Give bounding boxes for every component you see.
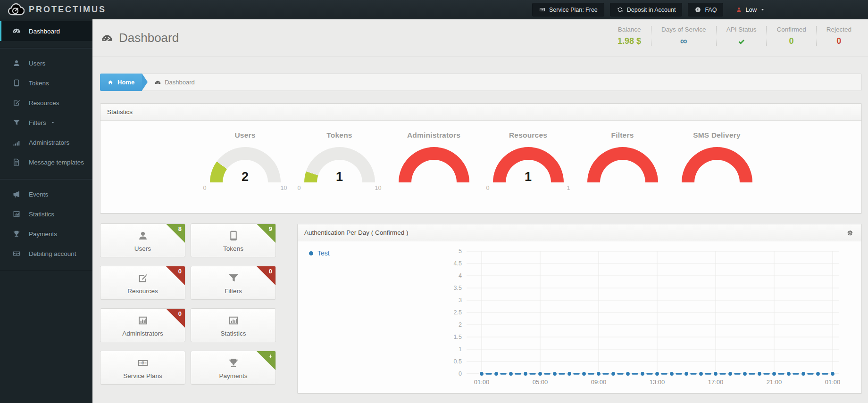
dashboard-icon	[100, 32, 114, 45]
document-icon	[12, 157, 21, 167]
resources-icon-wrap	[10, 98, 23, 107]
logo-text: PROTECTIMUS	[29, 5, 106, 15]
svg-text:3: 3	[459, 297, 462, 304]
chart-settings-button[interactable]	[845, 228, 855, 237]
gauge-users: Users2010	[198, 131, 292, 192]
svg-text:1: 1	[142, 361, 143, 364]
gauge-administrators: Administrators	[387, 131, 481, 192]
tile-filters[interactable]: 0Filters	[191, 266, 276, 300]
breadcrumb-current: Dashboard	[154, 78, 195, 86]
stat-label: Balance	[618, 26, 641, 33]
tile-resources[interactable]: 0Resources	[100, 266, 185, 300]
payments-icon-wrap	[10, 229, 23, 239]
tile-badge: 0	[178, 310, 182, 317]
debiting-account-icon-wrap: 1	[10, 249, 23, 258]
sidebar-item-users[interactable]: Users	[0, 53, 92, 73]
gauge-title: Filters	[576, 131, 670, 140]
page-title-text: Dashboard	[119, 31, 179, 45]
svg-text:0: 0	[459, 370, 462, 377]
tile-badge: 8	[178, 225, 182, 232]
sidebar-item-administrators[interactable]: Administrators	[0, 132, 92, 152]
account-label: Low	[745, 6, 757, 13]
topbar-button-faq-label: FAQ	[705, 7, 717, 13]
gauge-max: 10	[375, 185, 382, 192]
sidebar-item-label: Users	[29, 60, 45, 67]
statistics-panel: Statistics Users2010Tokens1010Administra…	[100, 103, 862, 214]
statistics-icon-wrap	[10, 209, 23, 219]
gauge-tokens: Tokens1010	[292, 131, 387, 192]
chart-svg: 00.511.522.533.544.5501:0005:0009:0013:0…	[298, 241, 861, 393]
topbar-button-faq[interactable]: FAQ	[688, 3, 723, 16]
sidebar-item-events[interactable]: Events	[0, 184, 92, 204]
caret-down-icon	[50, 120, 56, 125]
sidebar-item-label: Events	[29, 191, 48, 198]
sidebar-item-resources[interactable]: Resources	[0, 93, 92, 113]
tile-payments[interactable]: +Payments	[191, 351, 276, 385]
tile-label: Administrators	[122, 330, 163, 337]
tokens-icon	[12, 78, 21, 88]
svg-text:4.5: 4.5	[454, 260, 462, 267]
sidebar-item-dashboard[interactable]: Dashboard	[0, 21, 92, 41]
bar-chart-icon	[136, 314, 150, 327]
sidebar-item-label: Statistics	[29, 211, 54, 218]
gauge-minmax	[675, 185, 759, 192]
main-content: Dashboard Balance1.98 $Days of Service∞A…	[92, 19, 868, 403]
tile-label: Payments	[219, 372, 247, 379]
gauge-resources: Resources101	[481, 131, 576, 192]
gauge-title: Resources	[481, 131, 576, 140]
sidebar-item-label: Payments	[29, 230, 57, 238]
money-icon: 1	[539, 6, 546, 13]
tile-tokens[interactable]: 9Tokens	[191, 223, 276, 257]
sidebar-item-label: Administrators	[29, 139, 69, 146]
svg-text:2: 2	[459, 321, 462, 328]
breadcrumb: Home Dashboard	[100, 74, 862, 91]
sidebar-item-debiting-account[interactable]: 1Debiting account	[0, 244, 92, 263]
topbar-button-deposit[interactable]: Deposit in Account	[610, 3, 683, 16]
sidebar-item-message-templates[interactable]: Message templates	[0, 152, 92, 172]
topbar-button-service-plan[interactable]: 1Service Plan: Free	[532, 3, 604, 16]
stat-balance: Balance1.98 $	[608, 26, 651, 46]
stat-value: 1.98 $	[618, 36, 641, 46]
sidebar-item-payments[interactable]: Payments	[0, 224, 92, 244]
topbar: PROTECTIMUS 1Service Plan: FreeDeposit i…	[0, 0, 868, 19]
gauge-minmax	[392, 185, 476, 192]
sidebar-item-tokens[interactable]: Tokens	[0, 73, 92, 93]
stat-label: Rejected	[826, 26, 851, 33]
tile-badge-corner	[257, 266, 275, 285]
sidebar-item-statistics[interactable]: Statistics	[0, 204, 92, 224]
sidebar-section-0: Dashboard	[0, 19, 92, 48]
svg-text:5: 5	[459, 248, 462, 255]
tile-service-plans[interactable]: 1Service Plans	[100, 351, 185, 385]
breadcrumb-home[interactable]: Home	[100, 74, 142, 91]
stat-value: 0	[776, 36, 806, 46]
stat-label: Days of Service	[661, 26, 706, 33]
gauge-min: 0	[486, 185, 490, 192]
trophy-icon	[12, 229, 21, 239]
sidebar-item-label: Filters	[29, 119, 46, 126]
gauge-title: Users	[198, 131, 292, 140]
tile-administrators[interactable]: 0Administrators	[100, 308, 185, 342]
account-menu[interactable]: Low	[735, 6, 766, 13]
trophy-icon	[227, 356, 240, 370]
gauge-max: 10	[281, 185, 287, 192]
page-title: Dashboard	[100, 31, 179, 45]
stat-value	[726, 36, 757, 46]
gauge-arc	[682, 147, 752, 182]
svg-text:17:00: 17:00	[708, 378, 724, 386]
header-stats: Balance1.98 $Days of Service∞API StatusC…	[608, 26, 861, 46]
dashboard-icon-wrap	[10, 26, 23, 36]
filters-icon	[12, 118, 21, 127]
gauge-title: Administrators	[387, 131, 481, 140]
tile-badge-corner	[166, 266, 185, 285]
tile-statistics[interactable]: Statistics	[191, 308, 276, 342]
statistics-panel-header: Statistics	[100, 104, 861, 121]
sidebar-item-label: Message templates	[29, 159, 84, 166]
sidebar-item-filters[interactable]: Filters	[0, 113, 92, 132]
person-icon	[735, 6, 743, 13]
refresh-icon	[617, 6, 624, 13]
gauge-title: SMS Delivery	[670, 131, 764, 140]
gauge-value: 2	[210, 170, 281, 182]
stat-value: 0	[826, 36, 851, 46]
caret-down-icon	[760, 7, 766, 13]
tile-users[interactable]: 8Users	[100, 223, 185, 257]
